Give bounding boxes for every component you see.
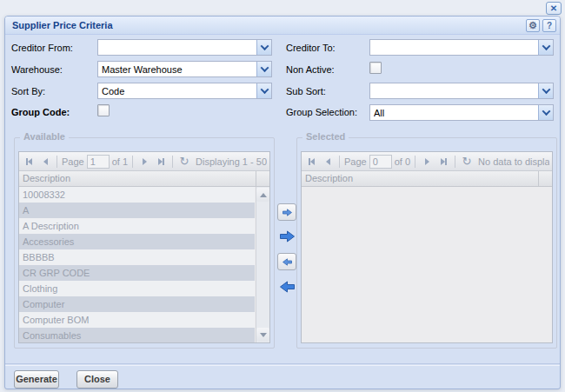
selected-rows bbox=[302, 187, 552, 342]
page-number-input[interactable] bbox=[369, 155, 392, 169]
list-item[interactable]: Computer BOM bbox=[19, 312, 255, 328]
add-selected-button[interactable] bbox=[277, 203, 296, 221]
prev-page-button[interactable] bbox=[38, 155, 52, 169]
selected-grid-body bbox=[302, 187, 552, 342]
help-icon[interactable]: ? bbox=[542, 19, 556, 32]
description-column-header[interactable]: Description bbox=[302, 171, 539, 186]
list-item[interactable]: 10008332 bbox=[19, 187, 255, 203]
arrow-left-icon bbox=[282, 258, 292, 266]
list-item[interactable]: A Description bbox=[19, 218, 255, 234]
sort-by-combobox[interactable]: Code bbox=[97, 83, 272, 99]
last-page-button[interactable] bbox=[154, 155, 168, 169]
arrow-right-icon bbox=[282, 209, 292, 216]
sub-sort-combobox[interactable] bbox=[369, 83, 554, 99]
arrow-left-bold-icon bbox=[280, 281, 295, 293]
first-page-button[interactable] bbox=[304, 155, 318, 169]
chevron-down-icon[interactable] bbox=[538, 40, 553, 55]
available-paging-toolbar: Page of 1 ↻ Displaying 1 - 50 bbox=[19, 152, 269, 171]
group-selection-value: All bbox=[374, 107, 535, 119]
paging-status: No data to display bbox=[478, 156, 549, 167]
list-item[interactable]: Accessories bbox=[19, 234, 255, 249]
selected-panel: Selected Page of 0 ↻ No data to display … bbox=[296, 137, 557, 349]
sub-sort-label: Sub Sort: bbox=[286, 84, 326, 98]
chevron-down-icon[interactable] bbox=[538, 83, 553, 98]
available-grid-body: 10008332AA DescriptionAccessoriesBBBBBCR… bbox=[19, 187, 269, 342]
scroll-up-icon[interactable] bbox=[256, 188, 269, 202]
creditor-from-combobox[interactable] bbox=[97, 39, 272, 56]
remove-all-button[interactable] bbox=[277, 278, 296, 296]
add-all-button[interactable] bbox=[277, 228, 296, 245]
prev-page-button[interactable] bbox=[321, 155, 335, 169]
group-selection-label: Group Selection: bbox=[286, 105, 357, 119]
chevron-down-icon[interactable] bbox=[538, 105, 553, 120]
chevron-down-icon[interactable] bbox=[256, 83, 271, 98]
selected-paging-toolbar: Page of 0 ↻ No data to display bbox=[302, 152, 552, 171]
page-title: Supplier Price Criteria bbox=[12, 20, 523, 30]
list-item[interactable]: A bbox=[19, 203, 255, 218]
header-stub bbox=[256, 171, 269, 186]
sort-by-label: Sort By: bbox=[11, 84, 45, 98]
page-label: Page bbox=[344, 156, 367, 167]
selected-legend: Selected bbox=[302, 131, 349, 142]
dialog-window: Supplier Price Criteria ⚙ ? Creditor Fro… bbox=[4, 16, 561, 389]
next-page-button[interactable] bbox=[420, 155, 434, 169]
dialog-titlebar: Supplier Price Criteria ⚙ ? bbox=[5, 17, 560, 35]
selected-column-header[interactable]: Description bbox=[302, 171, 552, 187]
available-legend: Available bbox=[20, 131, 69, 142]
paging-status: Displaying 1 - 50 bbox=[196, 156, 267, 167]
last-page-button[interactable] bbox=[436, 155, 450, 169]
header-stub bbox=[539, 171, 552, 186]
gear-icon[interactable]: ⚙ bbox=[526, 19, 540, 32]
available-panel: Available Page of 1 ↻ Displaying 1 - 50 … bbox=[14, 137, 275, 349]
warehouse-value: Master Warehouse bbox=[102, 63, 254, 76]
list-item[interactable]: BBBBB bbox=[19, 249, 255, 265]
group-code-label: Group Code: bbox=[11, 105, 70, 119]
remove-selected-button[interactable] bbox=[277, 253, 296, 270]
creditor-from-value bbox=[102, 42, 254, 54]
available-column-header[interactable]: Description bbox=[19, 171, 269, 187]
creditor-from-label: Creditor From: bbox=[11, 41, 73, 55]
selected-grid: Page of 0 ↻ No data to display Descripti… bbox=[301, 151, 553, 343]
group-code-checkbox[interactable] bbox=[97, 104, 110, 116]
page-number-input[interactable] bbox=[87, 155, 110, 169]
refresh-icon[interactable]: ↻ bbox=[460, 155, 474, 169]
list-item[interactable]: Consumables bbox=[19, 328, 255, 342]
creditor-to-value bbox=[374, 42, 535, 54]
scroll-down-icon[interactable] bbox=[256, 328, 269, 342]
page-of-label: of 0 bbox=[395, 156, 410, 167]
sub-sort-value bbox=[374, 85, 535, 97]
page-of-label: of 1 bbox=[112, 156, 128, 167]
chevron-down-icon[interactable] bbox=[256, 40, 271, 55]
close-icon[interactable]: ✕ bbox=[546, 2, 562, 15]
description-column-header[interactable]: Description bbox=[19, 171, 256, 186]
warehouse-combobox[interactable]: Master Warehouse bbox=[97, 61, 272, 77]
list-item[interactable]: Clothing bbox=[19, 281, 255, 296]
refresh-icon[interactable]: ↻ bbox=[177, 155, 191, 169]
creditor-to-label: Creditor To: bbox=[286, 41, 336, 55]
non-active-checkbox[interactable] bbox=[369, 62, 382, 74]
first-page-button[interactable] bbox=[22, 155, 36, 169]
close-button[interactable]: Close bbox=[76, 370, 118, 389]
arrow-right-bold-icon bbox=[280, 230, 295, 243]
available-grid: Page of 1 ↻ Displaying 1 - 50 Descriptio… bbox=[18, 151, 270, 343]
footer-divider bbox=[5, 363, 560, 365]
page-label: Page bbox=[62, 156, 84, 167]
warehouse-label: Warehouse: bbox=[11, 63, 63, 76]
list-item[interactable]: CR GRP CODE bbox=[19, 265, 255, 281]
vertical-scrollbar[interactable] bbox=[256, 187, 269, 342]
list-item[interactable]: Computer bbox=[19, 296, 255, 312]
group-selection-combobox[interactable]: All bbox=[369, 104, 554, 121]
chevron-down-icon[interactable] bbox=[256, 62, 271, 76]
creditor-to-combobox[interactable] bbox=[369, 39, 554, 56]
sort-by-value: Code bbox=[102, 85, 254, 97]
generate-button[interactable]: Generate bbox=[14, 370, 59, 389]
non-active-label: Non Active: bbox=[286, 63, 335, 76]
next-page-button[interactable] bbox=[137, 155, 151, 169]
available-rows: 10008332AA DescriptionAccessoriesBBBBBCR… bbox=[19, 187, 255, 342]
